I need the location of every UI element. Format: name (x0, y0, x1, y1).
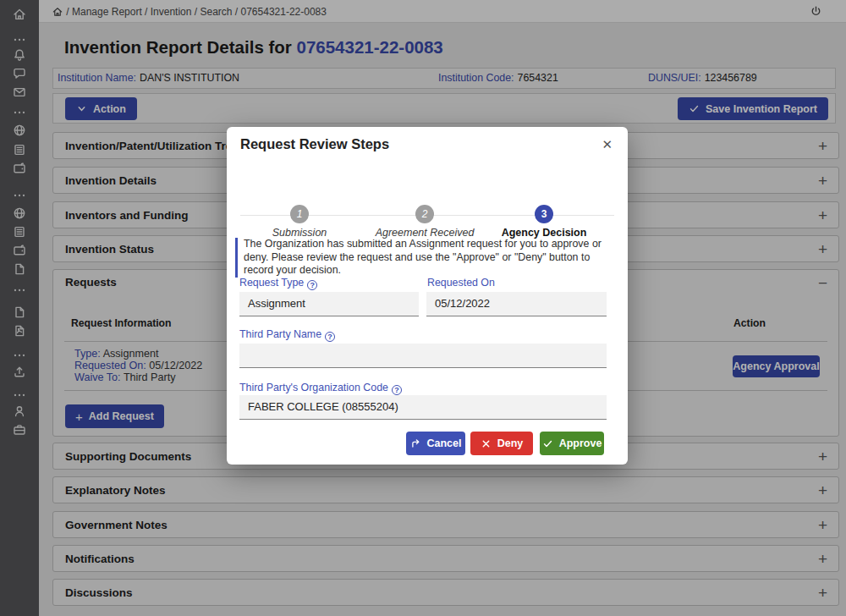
x-icon (481, 438, 492, 449)
close-icon[interactable]: ✕ (602, 137, 613, 152)
org-code-input[interactable]: FABER COLLEGE (08555204) (239, 395, 607, 420)
approve-button[interactable]: Approve (540, 432, 604, 455)
third-party-name-label: Third Party Name? (239, 328, 335, 342)
requested-on-label: Requested On (427, 277, 495, 289)
check-icon (542, 438, 553, 449)
third-party-name-input[interactable] (239, 344, 607, 368)
step-2-circle: 2 (415, 205, 434, 223)
step-1-circle: 1 (290, 205, 309, 223)
modal-title: Request Review Steps (240, 136, 389, 152)
help-icon[interactable]: ? (307, 280, 317, 290)
step-3-label: Agency Decision (485, 227, 603, 239)
help-icon[interactable]: ? (325, 332, 335, 342)
approve-label: Approve (559, 437, 602, 449)
request-type-label: Request Type? (239, 277, 317, 290)
modal-message: The Organization has submitted an Assign… (235, 238, 614, 278)
request-type-input[interactable]: Assignment (239, 292, 419, 316)
org-code-label: Third Party's Organization Code? (239, 382, 402, 395)
step-3-circle: 3 (535, 205, 553, 223)
step-2-label: Agreement Received (357, 227, 492, 239)
request-review-modal: Request Review Steps ✕ 1 2 3 Submission … (227, 127, 628, 465)
requested-on-input[interactable]: 05/12/2022 (426, 292, 607, 316)
help-icon[interactable]: ? (392, 385, 402, 395)
step-1-label: Submission (240, 227, 359, 239)
deny-button[interactable]: Deny (470, 432, 533, 455)
cancel-label: Cancel (427, 437, 462, 449)
cancel-button[interactable]: Cancel (406, 432, 465, 455)
return-arrow-icon (410, 438, 421, 449)
deny-label: Deny (497, 437, 524, 449)
